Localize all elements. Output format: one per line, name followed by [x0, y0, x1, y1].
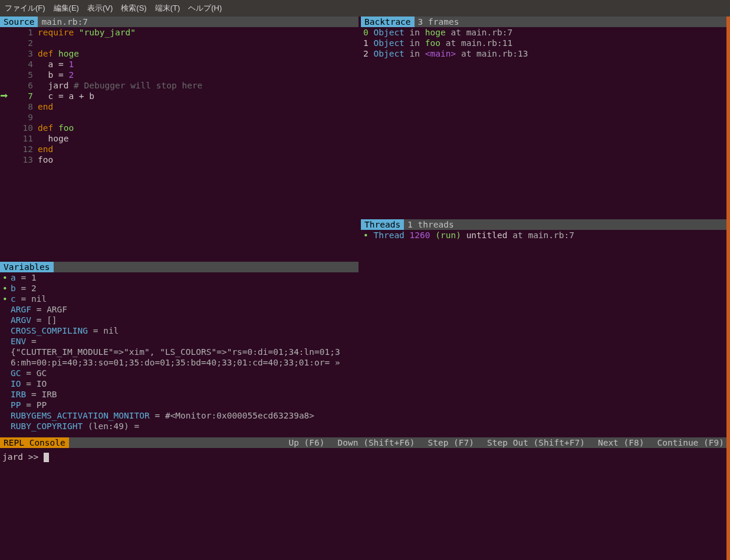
menu-item[interactable]: 編集(E): [54, 3, 79, 14]
line-number: 6: [8, 80, 38, 91]
line-number: 3: [8, 48, 38, 59]
code: hoge: [38, 133, 359, 144]
variable-row: •{"CLUTTER_IM_MODULE"=>"xim", "LS_COLORS…: [0, 347, 359, 357]
code: end: [38, 101, 359, 112]
backtrace-frame[interactable]: 1 Object in foo at main.rb:11: [361, 38, 730, 48]
backtrace-header: Backtrace 3 frames: [361, 17, 730, 27]
bullet-icon: •: [2, 389, 11, 400]
backtrace-body[interactable]: 0 Object in hoge at main.rb:71 Object in…: [361, 27, 730, 59]
bullet-icon: •: [2, 400, 11, 410]
shortcut-hint[interactable]: Step Out (Shift+F7): [487, 437, 585, 448]
variable-row: •CROSS_COMPILING = nil: [0, 325, 359, 336]
line-number: 4: [8, 59, 38, 70]
variable-row: •GC = GC: [0, 368, 359, 378]
line-number: 10: [8, 123, 38, 133]
scrollbar[interactable]: [726, 17, 730, 560]
source-line: 5 b = 2: [0, 70, 359, 80]
repl-prompt: jard >>: [2, 452, 44, 462]
source-line: 4 a = 1: [0, 59, 359, 70]
current-line-marker: [0, 80, 8, 91]
repl-title: REPL Console: [0, 437, 69, 448]
line-number: 13: [8, 154, 38, 165]
source-line: 10def foo: [0, 123, 359, 133]
current-line-marker: [0, 48, 8, 59]
variable-row: •RUBY_COPYRIGHT (len:49) =: [0, 421, 359, 431]
source-line: 1require "ruby_jard": [0, 27, 359, 38]
cursor: [44, 453, 49, 462]
current-line-marker: [0, 59, 8, 70]
current-line-marker: [0, 70, 8, 80]
threads-header: Threads 1 threads: [361, 219, 730, 230]
main-area: Source main.rb:7 1require "ruby_jard"23d…: [0, 17, 730, 437]
source-location: main.rb:7: [38, 17, 91, 27]
bullet-icon: •: [2, 368, 11, 378]
menu-item[interactable]: ファイル(F): [5, 3, 45, 14]
right-column: Backtrace 3 frames 0 Object in hoge at m…: [359, 17, 730, 437]
shortcuts: Up (F6)Down (Shift+F6)Step (F7)Step Out …: [288, 437, 724, 448]
variable-row: •ENV =: [0, 336, 359, 347]
bullet-icon: •: [2, 410, 11, 421]
bullet-icon: •: [2, 336, 11, 347]
line-number: 5: [8, 70, 38, 80]
menu-item[interactable]: 検索(S): [121, 3, 146, 14]
shortcut-hint[interactable]: Continue (F9): [657, 437, 725, 448]
bullet-icon: •: [2, 357, 11, 368]
code: c = a + b: [38, 91, 359, 101]
thread-row[interactable]: • Thread 1260 (run) untitled at main.rb:…: [361, 230, 730, 241]
threads-sub: 1 threads: [404, 219, 458, 230]
source-body[interactable]: 1require "ruby_jard"23def hoge4 a = 15 b…: [0, 27, 359, 165]
current-line-marker: [0, 38, 8, 48]
source-panel: Source main.rb:7 1require "ruby_jard"23d…: [0, 17, 359, 262]
bullet-icon: •: [2, 378, 11, 389]
shortcut-hint[interactable]: Next (F8): [598, 437, 644, 448]
repl-console[interactable]: jard >>: [0, 448, 730, 466]
line-number: 8: [8, 101, 38, 112]
line-number: 1: [8, 27, 38, 38]
code: [38, 38, 359, 48]
code: b = 2: [38, 70, 359, 80]
variable-row: •IRB = IRB: [0, 389, 359, 400]
current-line-marker: [0, 27, 8, 38]
variable-row: •ARGF = ARGF: [0, 304, 359, 315]
backtrace-frame[interactable]: 0 Object in hoge at main.rb:7: [361, 27, 730, 38]
menu-item[interactable]: 表示(V): [87, 3, 113, 14]
bullet-icon: •: [2, 347, 11, 357]
menu-item[interactable]: 端末(T): [155, 3, 180, 14]
variable-row: •6:mh=00:pi=40;33:so=01;35:do=01;35:bd=4…: [0, 357, 359, 368]
bullet-icon: •: [2, 325, 11, 336]
source-title: Source: [0, 17, 38, 27]
variable-row: •ARGV = []: [0, 315, 359, 325]
shortcut-hint[interactable]: Down (Shift+F6): [338, 437, 415, 448]
source-header: Source main.rb:7: [0, 17, 359, 27]
code: foo: [38, 154, 359, 165]
code: [38, 112, 359, 123]
bullet-icon: •: [2, 421, 11, 431]
backtrace-frame[interactable]: 2 Object in <main> at main.rb:13: [361, 48, 730, 59]
source-line: 12end: [0, 144, 359, 154]
variable-row: •b = 2: [0, 283, 359, 294]
current-line-marker: [0, 154, 8, 165]
threads-title: Threads: [361, 219, 404, 230]
current-line-marker: [0, 101, 8, 112]
variables-panel: Variables •a = 1•b = 2•c = nil•ARGF = AR…: [0, 262, 359, 437]
line-number: 2: [8, 38, 38, 48]
variables-header: Variables: [0, 262, 359, 272]
threads-body[interactable]: • Thread 1260 (run) untitled at main.rb:…: [361, 230, 730, 241]
menu-item[interactable]: ヘルプ(H): [188, 3, 222, 14]
backtrace-panel: Backtrace 3 frames 0 Object in hoge at m…: [361, 17, 730, 219]
code: def foo: [38, 123, 359, 133]
bullet-icon: •: [2, 304, 11, 315]
current-line-marker: [0, 144, 8, 154]
code: require "ruby_jard": [38, 27, 359, 38]
variable-row: •a = 1: [0, 272, 359, 283]
left-column: Source main.rb:7 1require "ruby_jard"23d…: [0, 17, 359, 437]
variable-row: •IO = IO: [0, 378, 359, 389]
bullet-icon: •: [2, 294, 11, 304]
shortcut-hint[interactable]: Up (F6): [288, 437, 324, 448]
variables-body[interactable]: •a = 1•b = 2•c = nil•ARGF = ARGF•ARGV = …: [0, 272, 359, 431]
bullet-icon: •: [2, 272, 11, 283]
repl-bar: REPL ConsoleUp (F6)Down (Shift+F6)Step (…: [0, 437, 730, 448]
source-line: 9: [0, 112, 359, 123]
current-line-marker: [0, 123, 8, 133]
shortcut-hint[interactable]: Step (F7): [428, 437, 474, 448]
